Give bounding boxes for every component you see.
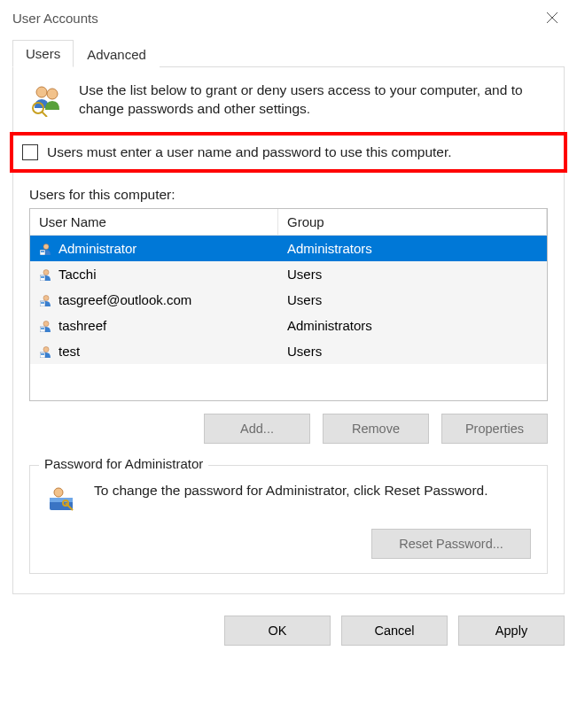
cell-username-text: tasgreef@outlook.com: [58, 292, 191, 307]
close-icon: [546, 12, 558, 24]
cell-group-text: Administrators: [287, 241, 372, 256]
dialog-footer: OK Cancel Apply: [0, 605, 577, 658]
svg-point-0: [36, 87, 47, 97]
properties-button[interactable]: Properties: [441, 414, 548, 444]
close-button[interactable]: [534, 5, 570, 30]
cell-username: Administrator: [30, 241, 278, 256]
user-icon: [39, 293, 53, 307]
svg-rect-8: [41, 276, 44, 278]
remove-button[interactable]: Remove: [323, 414, 429, 444]
tab-advanced[interactable]: Advanced: [74, 41, 160, 67]
cell-username: tasgreef@outlook.com: [30, 292, 278, 307]
checkbox-label: Users must enter a user name and passwor…: [47, 144, 452, 160]
svg-point-12: [43, 321, 49, 326]
cell-username: Tacchi: [30, 267, 278, 282]
cancel-button[interactable]: Cancel: [341, 616, 448, 646]
table-row[interactable]: AdministratorAdministrators: [30, 236, 547, 261]
checkbox-box[interactable]: [22, 144, 38, 160]
user-icon: [39, 319, 53, 333]
svg-rect-17: [41, 353, 44, 355]
cell-username-text: tashreef: [58, 318, 106, 333]
svg-point-6: [43, 269, 49, 275]
add-button[interactable]: Add...: [204, 414, 310, 444]
password-text: To change the password for Administrator…: [94, 482, 488, 500]
users-listview[interactable]: User Name Group AdministratorAdministrat…: [29, 208, 548, 401]
titlebar: User Accounts: [0, 0, 577, 35]
password-row: To change the password for Administrator…: [46, 482, 531, 516]
cell-group: Administrators: [278, 241, 547, 256]
column-group[interactable]: Group: [278, 209, 547, 235]
table-row[interactable]: tashreefAdministrators: [30, 313, 547, 338]
reset-password-button[interactable]: Reset Password...: [371, 529, 531, 559]
svg-rect-11: [41, 302, 44, 304]
cell-username-text: Administrator: [58, 241, 136, 256]
tab-users[interactable]: Users: [12, 40, 74, 67]
table-row[interactable]: tasgreef@outlook.comUsers: [30, 287, 547, 313]
table-row[interactable]: testUsers: [30, 338, 547, 364]
svg-rect-5: [41, 251, 44, 252]
intro-text: Use the list below to grant or deny user…: [79, 81, 548, 119]
users-icon: [29, 81, 65, 120]
cell-group: Users: [278, 344, 547, 359]
users-list-label: Users for this computer:: [29, 187, 548, 203]
svg-rect-14: [41, 328, 44, 329]
svg-point-3: [43, 244, 49, 249]
cell-group-text: Users: [287, 292, 322, 307]
dialog-content: Users Advanced Use the list below to gra…: [0, 39, 577, 605]
cell-group-text: Administrators: [287, 318, 372, 333]
table-row[interactable]: TacchiUsers: [30, 261, 547, 287]
user-icon: [39, 345, 53, 359]
svg-point-15: [43, 346, 49, 352]
must-enter-password-check[interactable]: Users must enter a user name and passwor…: [22, 144, 555, 160]
svg-point-1: [47, 89, 58, 99]
cell-username: test: [30, 344, 278, 359]
svg-point-20: [54, 488, 63, 497]
password-groupbox: Password for Administrator To change the…: [29, 465, 548, 574]
svg-rect-19: [50, 498, 73, 502]
tab-panel-users: Use the list below to grant or deny user…: [12, 67, 565, 594]
user-icon: [39, 242, 53, 256]
cell-group: Users: [278, 292, 547, 307]
column-username[interactable]: User Name: [30, 209, 278, 235]
key-icon: [46, 482, 78, 516]
highlighted-checkbox-region: Users must enter a user name and passwor…: [10, 132, 567, 173]
list-buttons-row: Add... Remove Properties: [29, 414, 548, 444]
intro-row: Use the list below to grant or deny user…: [29, 81, 548, 120]
list-header: User Name Group: [30, 209, 547, 236]
cell-group: Administrators: [278, 318, 547, 333]
tabstrip: Users Advanced: [12, 39, 565, 67]
cell-username-text: Tacchi: [58, 267, 97, 282]
cell-username: tashreef: [30, 318, 278, 333]
window-title: User Accounts: [12, 11, 98, 26]
user-icon: [39, 267, 53, 282]
password-legend: Password for Administrator: [39, 456, 208, 471]
svg-point-9: [43, 295, 49, 300]
list-body: AdministratorAdministratorsTacchiUsersta…: [30, 236, 547, 364]
cell-username-text: test: [58, 344, 80, 359]
password-button-row: Reset Password...: [46, 529, 531, 559]
cell-group: Users: [278, 267, 547, 282]
cell-group-text: Users: [287, 267, 322, 282]
ok-button[interactable]: OK: [224, 616, 331, 646]
cell-group-text: Users: [287, 344, 322, 359]
apply-button[interactable]: Apply: [458, 616, 565, 646]
